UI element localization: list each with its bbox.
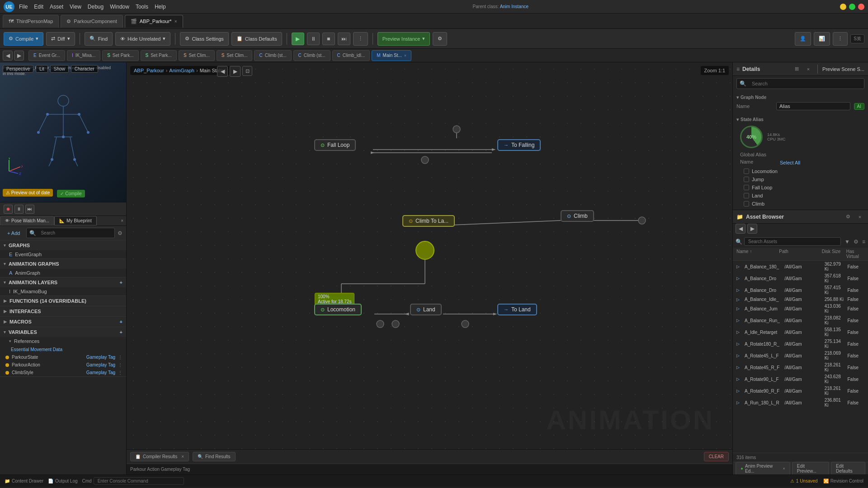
menu-window[interactable]: Window <box>110 4 129 10</box>
toolbar-icon-2[interactable]: 📊 <box>814 32 830 46</box>
clear-button[interactable]: CLEAR <box>704 452 729 461</box>
variables-header[interactable]: ▾ VARIABLES + <box>0 327 126 337</box>
parkour-action-variable[interactable]: ParkourAction Gameplay Tag ⋮ <box>0 361 126 369</box>
unsaved-indicator[interactable]: ⚠ 1 Unsaved <box>790 479 818 483</box>
breadcrumb-tab-set-clim-1[interactable]: S Set Clim... <box>179 50 215 61</box>
nav-forward-button[interactable]: ▶ <box>14 51 24 61</box>
details-search-input[interactable] <box>748 80 861 88</box>
event-graph-item[interactable]: E EventGraph <box>0 250 126 258</box>
node-to-falling[interactable]: → To Falling <box>497 139 541 151</box>
table-row[interactable]: ▷ A_Balance_Dro /All/Gam 357.618 Ki Fals… <box>733 272 868 284</box>
references-item[interactable]: ▾ References <box>0 337 126 345</box>
menu-file[interactable]: File <box>19 4 28 10</box>
tab-parkour-component[interactable]: ⚙ ParkourComponent <box>61 15 123 28</box>
compiler-close-icon[interactable]: × <box>181 454 184 459</box>
bc-close-icon[interactable]: × <box>404 53 406 58</box>
node-land[interactable]: ⊙ Land <box>410 304 442 315</box>
table-row[interactable]: ▷ A_Balance_Dro /All/Gam 557.415 Ki Fals… <box>733 284 868 296</box>
checkbox-icon[interactable] <box>744 193 749 198</box>
lit-button[interactable]: Lit <box>36 65 48 73</box>
tab-third-person-map[interactable]: 🗺 ThirdPersonMap <box>3 15 59 28</box>
panel-close-button[interactable]: × <box>118 216 126 225</box>
asset-settings-icon[interactable]: ⚙ <box>854 239 859 245</box>
toolbar-icon-3[interactable]: ⋮ <box>833 32 848 46</box>
anim-graphs-header[interactable]: ▾ ANIMATION GRAPHS <box>0 259 126 269</box>
animation-graph[interactable]: ABP_Parkour › AnimGraph › Main States Zo… <box>127 62 732 449</box>
table-row[interactable]: ▷ A_Rotate180_R_ /All/Gam 275.134 Ki Fal… <box>733 338 868 350</box>
compile-button[interactable]: ⚙ Compile ▾ <box>4 32 43 46</box>
asset-browser-close-btn[interactable]: × <box>855 212 864 221</box>
pose-watch-tab[interactable]: 👁 Pose Watch Man... <box>0 216 54 225</box>
name-input[interactable] <box>776 102 850 110</box>
anim-preview-tab[interactable]: ● Anim Preview Ed... × <box>736 462 790 475</box>
revision-control-item[interactable]: 🔀 Revision Control <box>823 479 863 483</box>
diff-dropdown-icon[interactable]: ▾ <box>67 36 70 42</box>
preview-dropdown-icon[interactable]: ▾ <box>422 36 425 42</box>
table-row[interactable]: ▷ A_Balance_180_ /All/Gam 362.979 Ki Fal… <box>733 261 868 272</box>
graph-zoom-fit-button[interactable]: ⊡ <box>242 66 252 76</box>
anim-preview-close-icon[interactable]: × <box>783 466 785 471</box>
node-climb[interactable]: ⊙ Climb <box>561 210 594 222</box>
perspective-button[interactable]: Perspective <box>3 65 33 73</box>
menu-tools[interactable]: Tools <box>136 4 148 10</box>
compile-dropdown-icon[interactable]: ▾ <box>36 36 38 42</box>
preview-scene-tab[interactable]: Preview Scene S... <box>822 66 864 72</box>
breadcrumb-tab-main-st[interactable]: M Main St... × <box>372 50 411 61</box>
table-row[interactable]: ▷ A_Balance_Jum /All/Gam 413.036 Ki Fals… <box>733 303 868 314</box>
var-expand-icon[interactable]: ⋮ <box>118 355 123 360</box>
table-row[interactable]: ▷ A_Rotate90_R_F /All/Gam 218.261 Ki Fal… <box>733 385 868 397</box>
graph-back-button[interactable]: ◀ <box>217 66 228 77</box>
table-row[interactable]: ▷ A_Run_180_L_R /All/Gam 236.801 Ki Fals… <box>733 397 868 408</box>
add-macro-icon[interactable]: + <box>120 319 123 324</box>
col-path-header[interactable]: Path <box>779 249 818 259</box>
var-expand-icon[interactable]: ⋮ <box>118 370 123 375</box>
breadcrumb-tab-climb-st-1[interactable]: C Climb (st... <box>254 50 291 61</box>
toolbar-icon-1[interactable]: 👤 <box>795 32 811 46</box>
nav-back-button[interactable]: ◀ <box>3 51 13 61</box>
table-row[interactable]: ▷ A_Rotate90_L_F /All/Gam 243.628 Ki Fal… <box>733 373 868 385</box>
table-row[interactable]: ▷ A_Balance_Run_ /All/Gam 218.082 Ki Fal… <box>733 314 868 326</box>
tab-abp-parkour[interactable]: 🎬 ABP_Parkour* × <box>125 15 183 28</box>
name-jump[interactable]: Jump <box>736 175 864 183</box>
functions-header[interactable]: ▶ FUNCTIONS (14 OVERRIDABLE) <box>0 296 126 306</box>
node-climb-to-land[interactable]: ⊙ Climb To La... <box>402 215 455 227</box>
name-climb[interactable]: Climb <box>736 200 864 208</box>
checkbox-icon[interactable] <box>744 185 749 190</box>
console-command-input[interactable] <box>94 477 184 485</box>
asset-filter-icon[interactable]: ▼ <box>844 239 850 245</box>
more-options-button[interactable]: ⋮ <box>353 32 368 46</box>
parkour-state-variable[interactable]: ParkourState Gameplay Tag ⋮ <box>0 353 126 361</box>
name-locomotion[interactable]: Locomotion <box>736 167 864 175</box>
show-button[interactable]: Show <box>50 65 69 73</box>
output-log-item[interactable]: 📄 Output Log <box>48 479 77 483</box>
asset-back-button[interactable]: ◀ <box>736 224 745 234</box>
compiler-results-tab[interactable]: 📋 Compiler Results × <box>130 452 189 461</box>
breadcrumb-tab-event-gr[interactable]: E Event Gr... <box>28 50 65 61</box>
content-drawer-item[interactable]: 📁 Content Drawer <box>5 479 43 483</box>
forward-ctrl-button[interactable]: ⏭ <box>25 205 34 214</box>
add-anim-layer-icon[interactable]: + <box>120 280 123 285</box>
viewport-compile-button[interactable]: ✓ Compile <box>57 190 85 197</box>
asset-search-input[interactable] <box>744 237 841 246</box>
class-settings-button[interactable]: ⚙ Class Settings <box>180 32 228 46</box>
asset-browser-settings-btn[interactable]: ⚙ <box>844 212 853 221</box>
play-button[interactable]: ▶ <box>292 33 304 45</box>
select-all-button[interactable]: Select All <box>780 159 800 166</box>
breadcrumb-tab-ik-mixa[interactable]: I IK_Mixa... <box>67 50 100 61</box>
character-button[interactable]: Character <box>71 65 98 73</box>
pause-ctrl-button[interactable]: ⏸ <box>14 205 24 214</box>
col-virtual-header[interactable]: Has Virtual <box>846 249 864 259</box>
graph-node-header[interactable]: ▾ Graph Node <box>736 93 864 101</box>
menu-edit[interactable]: Edit <box>34 4 43 10</box>
settings-icon[interactable]: ⚙ <box>118 230 123 236</box>
close-button[interactable] <box>858 4 864 10</box>
find-button[interactable]: 🔍 Find <box>85 32 113 46</box>
asset-layout-icon[interactable]: ≡ <box>862 239 865 245</box>
details-close-btn[interactable]: × <box>804 65 813 74</box>
interfaces-header[interactable]: ▶ INTERFACES <box>0 306 126 316</box>
tab-close-icon[interactable]: × <box>175 19 177 24</box>
breadcrumb-abp-link[interactable]: ABP_Parkour <box>134 68 164 73</box>
menu-debug[interactable]: Debug <box>88 4 104 10</box>
anim-graph-item[interactable]: A AnimGraph <box>0 269 126 277</box>
table-row[interactable]: ▷ A_Rotate45_L_F /All/Gam 218.069 Ki Fal… <box>733 350 868 361</box>
